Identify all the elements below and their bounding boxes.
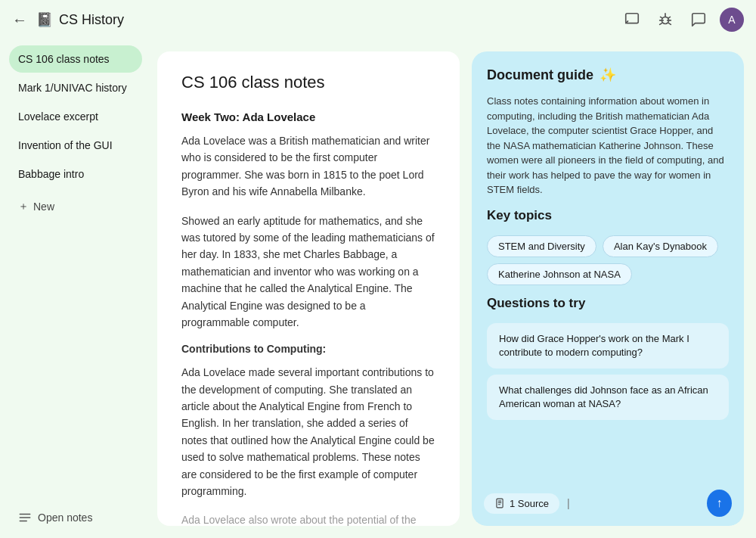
topic-tag-stem[interactable]: STEM and Diversity: [487, 235, 596, 257]
source-button[interactable]: 1 Source: [484, 493, 559, 514]
comment-icon[interactable]: [686, 8, 711, 32]
sidebar-item-babbage[interactable]: Babbage intro: [9, 160, 142, 188]
guide-title: Document guide: [487, 67, 593, 83]
notebook-icon: 📓: [36, 11, 53, 28]
main-layout: CS 106 class notes Mark 1/UNIVAC history…: [0, 39, 756, 538]
input-bar: 1 Source ↑: [472, 480, 744, 526]
document-panel: CS 106 class notes Week Two: Ada Lovelac…: [157, 51, 460, 526]
sidebar: CS 106 class notes Mark 1/UNIVAC history…: [0, 39, 151, 538]
guide-title-row: Document guide ✨: [487, 67, 729, 83]
topic-tag-dynabook[interactable]: Alan Kay's Dynabook: [603, 235, 718, 257]
questions-section: Questions to try How did Grace Hopper's …: [487, 296, 729, 421]
key-topics-section: Key topics STEM and Diversity Alan Kay's…: [487, 208, 729, 285]
document-section-title: Week Two: Ada Lovelace: [181, 110, 435, 123]
topbar: ← 📓 CS History A: [0, 0, 756, 39]
source-icon: [494, 498, 505, 508]
source-label: 1 Source: [510, 498, 549, 509]
document-para-4: Ada Lovelace also wrote about the potent…: [181, 512, 435, 526]
topbar-right: A: [620, 8, 744, 32]
sidebar-item-lovelace[interactable]: Lovelace excerpt: [9, 103, 142, 130]
send-icon: ↑: [717, 496, 723, 510]
back-button[interactable]: ←: [12, 11, 27, 29]
sidebar-item-cs106[interactable]: CS 106 class notes: [9, 45, 142, 73]
questions-title: Questions to try: [487, 296, 729, 311]
user-avatar[interactable]: A: [720, 8, 744, 32]
new-label: New: [33, 201, 54, 213]
content-area: CS 106 class notes Week Two: Ada Lovelac…: [151, 39, 756, 538]
document-para-0: Ada Lovelace was a British mathematician…: [181, 132, 435, 201]
question-card-0[interactable]: How did Grace Hopper's work on the Mark …: [487, 323, 729, 369]
bug-icon[interactable]: [653, 8, 677, 32]
plus-icon: ＋: [18, 200, 29, 213]
sidebar-item-mark1[interactable]: Mark 1/UNIVAC history: [9, 74, 142, 101]
guide-star-icon: ✨: [600, 67, 616, 83]
open-notes-button[interactable]: Open notes: [9, 503, 142, 532]
sidebar-item-gui[interactable]: Invention of the GUI: [9, 132, 142, 159]
open-notes-label: Open notes: [38, 512, 92, 524]
document-title: CS 106 class notes: [181, 73, 435, 92]
topic-tag-katherine[interactable]: Katherine Johnson at NASA: [487, 263, 632, 285]
guide-description: Class notes containing information about…: [487, 94, 729, 197]
guide-panel: Document guide ✨ Class notes containing …: [472, 51, 744, 526]
document-para-3: Ada Lovelace made several important cont…: [181, 364, 435, 499]
app-title: CS History: [59, 12, 124, 28]
topbar-left: ← 📓 CS History: [12, 11, 620, 29]
open-notes-icon: [18, 511, 32, 524]
chat-input[interactable]: [567, 497, 699, 509]
topic-tags: STEM and Diversity Alan Kay's Dynabook K…: [487, 235, 729, 285]
question-card-1[interactable]: What challenges did Johnson face as an A…: [487, 375, 729, 420]
chat-icon[interactable]: [620, 8, 644, 32]
document-heading-contributions: Contributions to Computing:: [181, 343, 435, 355]
send-button[interactable]: ↑: [707, 490, 732, 517]
new-note-button[interactable]: ＋ New: [9, 192, 142, 221]
document-para-1: Showed an early aptitude for mathematics…: [181, 213, 435, 331]
key-topics-title: Key topics: [487, 208, 729, 223]
guide-card-main: Document guide ✨ Class notes containing …: [472, 51, 744, 480]
